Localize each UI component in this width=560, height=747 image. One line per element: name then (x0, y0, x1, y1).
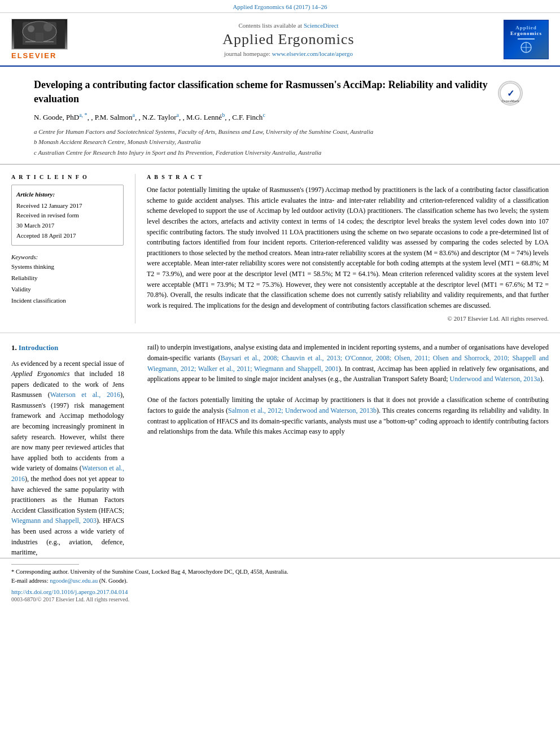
svg-rect-0 (14, 20, 65, 49)
intro-para-right-2: One of the factors potentially limiting … (147, 395, 549, 436)
keywords-list: Systems thinking Reliability Validity In… (11, 261, 124, 306)
journal-image (11, 19, 68, 50)
sciencedirect-link[interactable]: ScienceDirect (304, 22, 339, 29)
received-revised-date: 30 March 2017 (16, 221, 119, 231)
author-salmon-sup: a (132, 112, 134, 118)
left-column: A R T I C L E I N F O Article history: R… (11, 174, 135, 324)
homepage-link[interactable]: www.elsevier.com/locate/apergo (272, 50, 353, 57)
journal-citation: Applied Ergonomics 64 (2017) 14–26 (0, 0, 560, 13)
affiliation-c: c Australian Centre for Research Into In… (34, 148, 526, 158)
svg-point-4 (43, 23, 53, 32)
keyword-1: Systems thinking (11, 261, 124, 273)
keyword-2: Reliability (11, 273, 124, 284)
journal-name-inline: Applied Ergonomics (11, 370, 69, 378)
journal-logo-box: Applied Ergonomics (504, 20, 549, 59)
logo-ergonomics: Ergonomics (510, 30, 542, 36)
affiliation-b: b Monash Accident Research Centre, Monas… (34, 137, 526, 147)
email-line: E-mail address: ngoode@usc.edu.au (N. Go… (11, 576, 549, 586)
abstract-text: One factor potentially limiting the upta… (147, 185, 549, 324)
intro-number: 1. (11, 343, 17, 352)
affiliations: a Centre for Human Factors and Sociotech… (34, 127, 526, 158)
elsevier-brand-text: ELSEVIER (11, 51, 56, 60)
salmon-link[interactable]: Salmon et al., 2012; Underwood and Water… (228, 407, 377, 414)
author-goode-sup: a, * (79, 112, 87, 118)
contents-text: Contents lists available at (238, 22, 302, 29)
svg-point-1 (23, 21, 56, 42)
right-column: A B S T R A C T One factor potentially l… (135, 174, 549, 324)
crossmark-icon: ✓ CrossMark (498, 81, 523, 106)
journal-center-info: Contents lists available at ScienceDirec… (79, 22, 498, 57)
keyword-4: Incident classification (11, 295, 124, 307)
author-finch: , C.F. Finch (229, 113, 263, 122)
intro-left-column: 1. Introduction As evidenced by a recent… (11, 342, 135, 557)
waterson-2016-link[interactable]: Waterson et al., 2016 (50, 391, 120, 399)
waterson-ref-link[interactable]: Waterson et al., 2016 (11, 464, 124, 483)
author-salmon: , P.M. Salmon (91, 113, 132, 122)
svg-text:CrossMark: CrossMark (501, 99, 519, 103)
main-content: A R T I C L E I N F O Article history: R… (0, 164, 560, 324)
intro-right-column: rail) to underpin investigations, analys… (135, 342, 549, 557)
abstract-body: One factor potentially limiting the upta… (147, 186, 549, 309)
journal-name: Applied Ergonomics (79, 31, 498, 48)
underwood-link[interactable]: Underwood and Waterson, 2013a (450, 375, 540, 383)
svg-text:✓: ✓ (507, 89, 514, 98)
intro-heading: Introduction (19, 343, 59, 352)
article-info-box: Article history: Received 12 January 201… (11, 185, 124, 246)
article-info-heading: A R T I C L E I N F O (11, 174, 124, 180)
crossmark-area: ✓ CrossMark (498, 81, 526, 106)
footnote-line (11, 564, 79, 565)
authors-line: N. Goode, PhDa, *, , P.M. Salmona, , N.Z… (34, 112, 526, 122)
journal-logo-right: Applied Ergonomics (498, 20, 549, 59)
homepage-label: journal homepage: (224, 50, 270, 57)
keywords-label: Keywords: (11, 254, 124, 260)
contents-line: Contents lists available at ScienceDirec… (79, 22, 498, 29)
intro-para-right-1: rail) to underpin investigations, analys… (147, 342, 549, 384)
author-lenne-sup: b (222, 112, 225, 118)
abstract-heading: A B S T R A C T (147, 174, 549, 180)
svg-point-3 (28, 25, 34, 32)
author-goode: N. Goode, PhD (34, 113, 79, 122)
journal-citation-text: Applied Ergonomics 64 (2017) 14–26 (233, 3, 327, 10)
section-divider (0, 333, 560, 333)
baysari-link[interactable]: Baysari et al., 2008; Chauvin et al., 20… (147, 354, 549, 373)
received-revised-label: Received in revised form (16, 211, 119, 221)
logo-icon (518, 42, 535, 53)
author-finch-sup: c (262, 112, 265, 118)
intro-para-left: As evidenced by a recent special issue o… (11, 359, 124, 558)
intro-heading-row: 1. Introduction (11, 342, 124, 353)
title-row: Developing a contributing factor classif… (34, 78, 526, 106)
received-date: Received 12 January 2017 (16, 201, 119, 211)
article-header: Developing a contributing factor classif… (0, 67, 560, 164)
elsevier-logo-area: ELSEVIER (11, 19, 79, 60)
accepted-date: Accepted 18 April 2017 (16, 231, 119, 241)
logo-divider (518, 38, 535, 40)
homepage-line: journal homepage: www.elsevier.com/locat… (79, 50, 498, 57)
svg-rect-5 (36, 33, 43, 42)
introduction-section: 1. Introduction As evidenced by a recent… (0, 342, 560, 557)
doi-line: http://dx.doi.org/10.1016/j.apergo.2017.… (0, 585, 560, 596)
footnote-area: * Corresponding author. University of th… (0, 558, 560, 586)
article-title: Developing a contributing factor classif… (34, 78, 492, 106)
affiliation-a: a Centre for Human Factors and Sociotech… (34, 127, 526, 137)
wiegmann-link[interactable]: Wiegmann and Shappell, 2003 (11, 517, 97, 525)
history-label: Article history: (16, 190, 119, 200)
keywords-box: Keywords: Systems thinking Reliability V… (11, 254, 124, 306)
author-lenne: , M.G. Lenné (182, 113, 222, 122)
rights-line: 0003-6870/© 2017 Elsevier Ltd. All right… (0, 596, 560, 608)
logo-applied: Applied (515, 25, 537, 30)
journal-header: ELSEVIER Contents lists available at Sci… (0, 13, 560, 67)
doi-link[interactable]: http://dx.doi.org/10.1016/j.apergo.2017.… (11, 588, 128, 595)
author-taylor-sup: a (177, 112, 179, 118)
copyright-notice: © 2017 Elsevier Ltd. All rights reserved… (147, 314, 549, 324)
keyword-3: Validity (11, 284, 124, 295)
email-link[interactable]: ngoode@usc.edu.au (50, 578, 98, 584)
author-taylor: , N.Z. Taylor (138, 113, 176, 122)
corresponding-author-note: * Corresponding author. University of th… (11, 567, 549, 576)
